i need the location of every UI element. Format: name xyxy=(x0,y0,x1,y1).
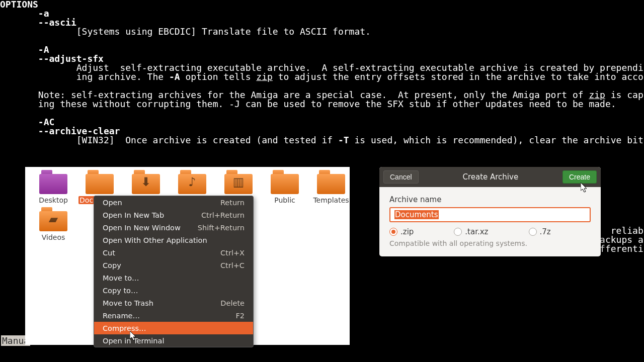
cursor-icon xyxy=(581,183,589,194)
menu-item-open-in-terminal[interactable]: Open in Terminal xyxy=(94,334,253,347)
folder-public[interactable]: Public xyxy=(262,169,308,204)
folder-videos[interactable]: ▰Videos xyxy=(30,206,76,241)
folder-templates[interactable]: Templates xyxy=(308,169,354,204)
menu-item-move-to[interactable]: Move to… xyxy=(94,272,253,284)
folder-label: Videos xyxy=(30,233,76,241)
dialog-title: Create Archive xyxy=(419,172,562,182)
dialog-header: Cancel Create Archive Create xyxy=(379,167,601,187)
format-radio-tarxz[interactable]: .tar.xz xyxy=(454,227,488,236)
create-archive-dialog: Cancel Create Archive Create Archive nam… xyxy=(379,167,601,256)
folder-label: Templates xyxy=(308,196,354,204)
menu-item-cut[interactable]: CutCtrl+X xyxy=(94,246,253,259)
menu-item-open-with-other-application[interactable]: Open With Other Application xyxy=(94,234,253,246)
folder-label: Public xyxy=(262,196,308,204)
archive-name-input[interactable]: Documents xyxy=(389,207,591,222)
context-menu: OpenReturnOpen In New TabCtrl+ReturnOpen… xyxy=(94,196,254,347)
folder-label: Desktop xyxy=(30,196,76,204)
menu-item-open[interactable]: OpenReturn xyxy=(94,196,253,209)
menu-item-rename[interactable]: Rename…F2 xyxy=(94,309,253,322)
create-button[interactable]: Create xyxy=(562,170,597,184)
menu-item-open-in-new-tab[interactable]: Open In New TabCtrl+Return xyxy=(94,209,253,221)
menu-item-move-to-trash[interactable]: Move to TrashDelete xyxy=(94,297,253,309)
format-radio-zip[interactable]: .zip xyxy=(389,227,414,236)
format-radio-7z[interactable]: .7z xyxy=(529,227,551,236)
folder-desktop[interactable]: Desktop xyxy=(30,169,76,204)
compat-hint: Compatible with all operating systems. xyxy=(389,239,591,247)
archive-name-label: Archive name xyxy=(389,195,591,204)
svg-marker-0 xyxy=(130,331,136,340)
cursor-icon xyxy=(130,331,138,342)
archive-format-radios: .zip.tar.xz.7z xyxy=(389,227,591,236)
menu-item-copy-to[interactable]: Copy to… xyxy=(94,284,253,297)
cancel-button[interactable]: Cancel xyxy=(383,170,419,184)
menu-item-compress[interactable]: Compress… xyxy=(94,322,253,334)
svg-marker-1 xyxy=(581,183,587,192)
menu-item-open-in-new-window[interactable]: Open In New WindowShift+Return xyxy=(94,221,253,234)
menu-item-copy[interactable]: CopyCtrl+C xyxy=(94,259,253,272)
